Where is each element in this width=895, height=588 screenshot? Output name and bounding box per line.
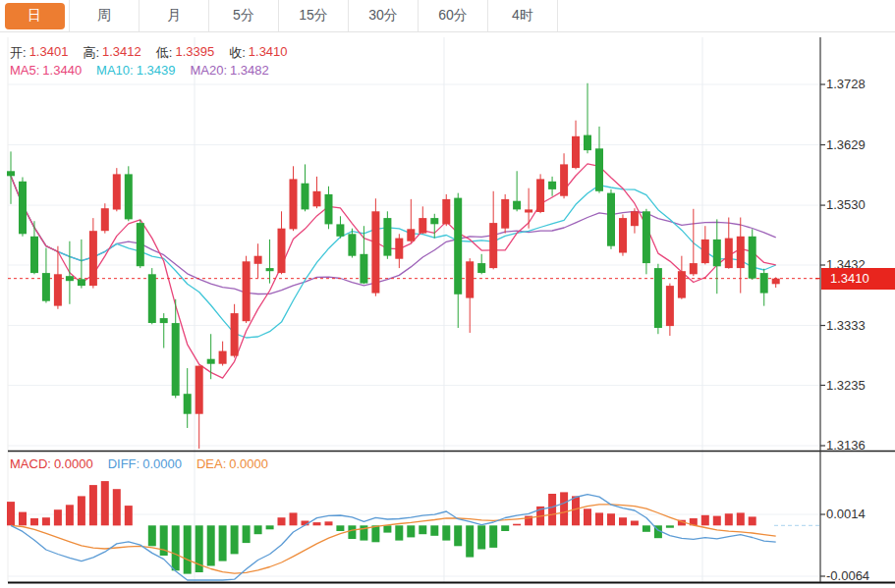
price-tick-1: 1.3728 <box>826 77 893 92</box>
tab-4hour[interactable]: 4时 <box>488 0 558 31</box>
price-tick-5: 1.3333 <box>826 318 893 334</box>
tab-4hour-label: 4时 <box>493 3 553 29</box>
tab-day[interactable]: 日 <box>0 0 70 31</box>
macd-readout: MACD:0.0000 DIFF:0.0000 DEA:0.0000 <box>10 456 268 471</box>
ohlc-readout: 开:1.3401 高:1.3412 低:1.3395 收:1.3410 <box>10 44 288 62</box>
macd-value: 0.0000 <box>54 456 93 471</box>
macd-tick-2: -0.0064 <box>826 568 893 584</box>
macd-tick-1: 0.0014 <box>826 507 893 522</box>
diff-value: 0.0000 <box>142 456 182 471</box>
current-price-tag: 1.3410 <box>821 268 895 290</box>
tab-15min[interactable]: 15分 <box>279 0 349 31</box>
diff-label: DIFF: <box>108 456 140 471</box>
open-label: 开: <box>10 44 27 62</box>
close-value: 1.3410 <box>249 44 288 62</box>
tab-week[interactable]: 周 <box>70 0 140 31</box>
dea-label: DEA: <box>196 456 226 471</box>
tab-60min[interactable]: 60分 <box>419 0 488 31</box>
price-tick-7: 1.3136 <box>826 438 893 454</box>
interval-tabbar: 日 周 月 5分 15分 30分 60分 4时 <box>0 0 895 32</box>
tabbar-spacer <box>558 0 895 31</box>
ma10-value: 1.3439 <box>137 63 176 78</box>
tab-30min-label: 30分 <box>354 3 414 29</box>
tab-60min-label: 60分 <box>423 3 483 29</box>
tab-5min-label: 5分 <box>214 3 274 29</box>
ma5-label: MA5: <box>10 63 39 78</box>
tab-month-label: 月 <box>144 3 204 29</box>
price-tick-6: 1.3235 <box>826 378 893 394</box>
high-label: 高: <box>83 44 99 62</box>
price-tick-2: 1.3629 <box>826 137 893 153</box>
ma5-value: 1.3440 <box>42 63 82 78</box>
tab-30min[interactable]: 30分 <box>349 0 419 31</box>
ma20-label: MA20: <box>190 63 227 78</box>
macd-label: MACD: <box>10 456 51 471</box>
tab-15min-label: 15分 <box>284 3 344 29</box>
high-value: 1.3412 <box>102 44 141 62</box>
tab-5min[interactable]: 5分 <box>209 0 279 31</box>
tab-day-label: 日 <box>5 3 65 29</box>
open-value: 1.3401 <box>29 44 69 62</box>
low-value: 1.3395 <box>175 44 214 62</box>
ma10-label: MA10: <box>96 63 134 78</box>
tab-week-label: 周 <box>75 3 135 29</box>
low-label: 低: <box>156 44 173 62</box>
dea-value: 0.0000 <box>229 456 268 471</box>
tab-month[interactable]: 月 <box>140 0 209 31</box>
ma20-value: 1.3482 <box>230 63 269 78</box>
price-tick-3: 1.3530 <box>826 197 893 213</box>
close-label: 收: <box>229 44 246 62</box>
candlestick-chart-canvas[interactable] <box>0 0 895 588</box>
ma-readout: MA5:1.3440 MA10:1.3439 MA20:1.3482 <box>10 63 269 78</box>
